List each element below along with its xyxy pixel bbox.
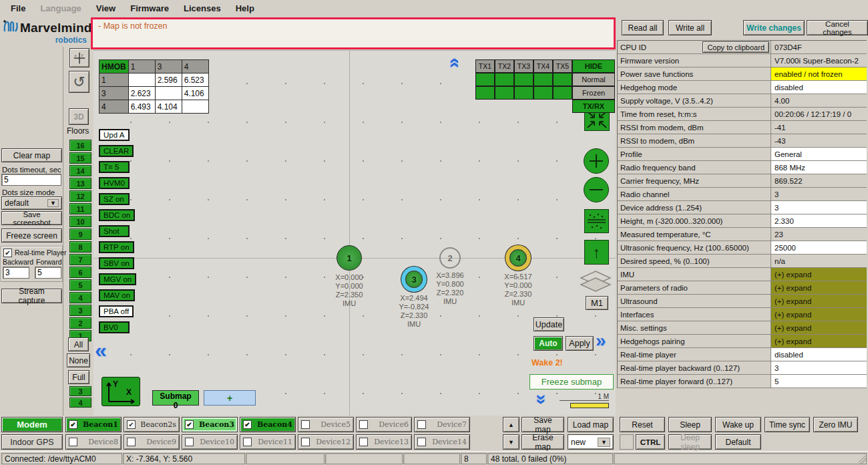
- stream-capture-button[interactable]: Stream capture: [1, 289, 62, 303]
- param-value-interfaces[interactable]: (+) expand: [771, 308, 867, 321]
- add-submap-button[interactable]: +: [204, 390, 256, 406]
- mode-button-t-5[interactable]: T= 5: [99, 161, 130, 173]
- floor-button-6[interactable]: 6: [69, 267, 91, 278]
- device-cell-device12[interactable]: Device12: [298, 434, 354, 450]
- device-checkbox-device8[interactable]: [69, 438, 77, 446]
- floor-button-11[interactable]: 11: [69, 203, 91, 214]
- mode-button-rtp-on[interactable]: RTP on: [99, 241, 134, 253]
- rotate-view-button[interactable]: ↺: [69, 71, 89, 93]
- param-value-real-time-player-forward-0-127-[interactable]: 5: [771, 375, 867, 388]
- floor-button-9[interactable]: 9: [69, 228, 91, 240]
- device-checkbox-device5[interactable]: [301, 420, 310, 429]
- param-value-imu[interactable]: (+) expand: [771, 268, 867, 281]
- param-value-misc-settings[interactable]: (+) expand: [771, 321, 867, 334]
- wake-up-button[interactable]: Wake up: [715, 417, 761, 432]
- write-changes-button[interactable]: Write changes: [743, 20, 805, 35]
- floor-button-14[interactable]: 14: [69, 165, 91, 176]
- mode-button-pba-off[interactable]: PBA off: [99, 305, 134, 317]
- zero-imu-button[interactable]: Zero IMU: [813, 417, 858, 432]
- device-cell-device6[interactable]: Device6: [356, 417, 412, 432]
- mode-button-bdc-on[interactable]: BDC on: [99, 209, 135, 221]
- update-button[interactable]: Update: [533, 317, 564, 331]
- time-sync-button[interactable]: Time sync: [765, 417, 810, 432]
- param-value-hedgehog-mode[interactable]: disabled: [771, 81, 867, 94]
- indoor-gps-button[interactable]: Indoor GPS: [1, 434, 63, 450]
- param-value-radio-frequency-band[interactable]: 868 MHz: [771, 161, 867, 174]
- device-cell-device13[interactable]: Device13: [356, 434, 412, 450]
- pan-down-icon[interactable]: «: [530, 394, 549, 405]
- menu-item-view[interactable]: View: [89, 1, 122, 15]
- device-checkbox-device11[interactable]: [243, 438, 252, 446]
- beacon-1[interactable]: 1: [337, 245, 362, 271]
- apply-button[interactable]: Apply: [566, 336, 594, 351]
- device-scroll-down-button[interactable]: ▼: [503, 434, 519, 450]
- param-value-ultrasonic-frequency-hz-100-65000-[interactable]: 25000: [771, 241, 867, 254]
- save-map-button[interactable]: Save map: [521, 417, 564, 432]
- tx-frozen-button[interactable]: Frozen: [572, 86, 615, 100]
- dots-timeout-input[interactable]: [1, 174, 61, 186]
- read-all-button[interactable]: Read all: [622, 20, 664, 35]
- mode-button-mgv-on[interactable]: MGV on: [99, 273, 136, 285]
- param-value-device-address-1-254-[interactable]: 3: [771, 201, 867, 214]
- beacon-4[interactable]: 4: [509, 249, 527, 267]
- tx-cell[interactable]: [475, 86, 495, 100]
- default-button[interactable]: Default: [715, 434, 761, 450]
- tx-cell[interactable]: [533, 86, 553, 100]
- device-checkbox-beacon1[interactable]: ✔: [69, 420, 77, 429]
- clear-map-button[interactable]: Clear map: [1, 148, 62, 162]
- floor-button-8[interactable]: 8: [69, 241, 91, 253]
- mode-button-upd-a[interactable]: Upd A: [99, 129, 130, 141]
- write-all-button[interactable]: Write all: [668, 20, 712, 35]
- floor-extra-button-4[interactable]: 4: [69, 398, 91, 408]
- param-value-hedgehogs-pairing[interactable]: (+) expand: [771, 335, 867, 347]
- modem-button[interactable]: Modem: [1, 417, 63, 432]
- menu-item-firmware[interactable]: Firmware: [124, 1, 176, 15]
- tx-cell[interactable]: [475, 73, 495, 86]
- freeze-screen-button[interactable]: Freeze screen: [1, 228, 62, 243]
- sleep-button[interactable]: Sleep: [668, 417, 712, 432]
- device-checkbox-device14[interactable]: [417, 438, 426, 446]
- submap-0-button[interactable]: Submap 0: [152, 390, 199, 406]
- tx-cell[interactable]: [533, 73, 553, 86]
- ctrl-indicator[interactable]: [620, 434, 634, 450]
- floors-none-button[interactable]: None: [67, 353, 90, 367]
- freeze-submap-button[interactable]: Freeze submap: [529, 374, 614, 390]
- device-cell-device14[interactable]: Device14: [414, 434, 470, 450]
- mode-button-mav-on[interactable]: MAV on: [99, 289, 135, 301]
- device-checkbox-device12[interactable]: [301, 438, 310, 446]
- mode-button-sz-on[interactable]: SZ on: [99, 193, 130, 205]
- pan-left-icon[interactable]: «: [95, 339, 107, 361]
- mode-button-shot[interactable]: Shot: [99, 225, 130, 237]
- floor-button-10[interactable]: 10: [69, 216, 91, 227]
- realtime-player-checkbox[interactable]: ✔: [3, 249, 12, 257]
- deep-sleep-button[interactable]: Deep sleep: [668, 434, 712, 450]
- tx-rx-button[interactable]: TX/RX: [572, 100, 615, 113]
- floor-button-16[interactable]: 16: [69, 140, 91, 151]
- menu-item-help[interactable]: Help: [229, 1, 261, 15]
- mode-button-hvm0[interactable]: HVM0: [99, 177, 130, 189]
- tx-cell[interactable]: [553, 73, 572, 86]
- menu-item-licenses[interactable]: Licenses: [177, 1, 228, 15]
- layers-icon[interactable]: [580, 270, 612, 296]
- load-map-button[interactable]: Load map: [568, 417, 614, 432]
- device-cell-device11[interactable]: Device11: [240, 434, 296, 450]
- param-value-height-m-320-000-320-000-[interactable]: 2.330: [771, 214, 867, 227]
- pan-right-icon[interactable]: »: [596, 331, 606, 350]
- m1-button[interactable]: M1: [586, 296, 608, 310]
- device-checkbox-device6[interactable]: [359, 420, 368, 429]
- floor-button-2[interactable]: 2: [69, 317, 91, 329]
- device-checkbox-device7[interactable]: [417, 420, 426, 429]
- floor-button-4[interactable]: 4: [69, 292, 91, 303]
- tx-cell[interactable]: [495, 86, 514, 100]
- cancel-changes-button[interactable]: Cancel changes: [807, 20, 868, 35]
- tx-normal-button[interactable]: Normal: [572, 73, 615, 86]
- mode-button-sbv-on[interactable]: SBV on: [99, 257, 134, 269]
- zoom-in-icon[interactable]: [584, 148, 609, 174]
- ctrl-button[interactable]: CTRL: [636, 434, 665, 450]
- device-cell-device5[interactable]: Device5: [298, 417, 354, 432]
- pan-up-icon[interactable]: «: [446, 57, 465, 68]
- floor-button-5[interactable]: 5: [69, 279, 91, 291]
- device-cell-beacon3[interactable]: ✔Beacon3: [182, 417, 238, 432]
- 3d-view-button[interactable]: 3D: [69, 108, 89, 125]
- mode-button-bv0[interactable]: BV0: [99, 321, 130, 333]
